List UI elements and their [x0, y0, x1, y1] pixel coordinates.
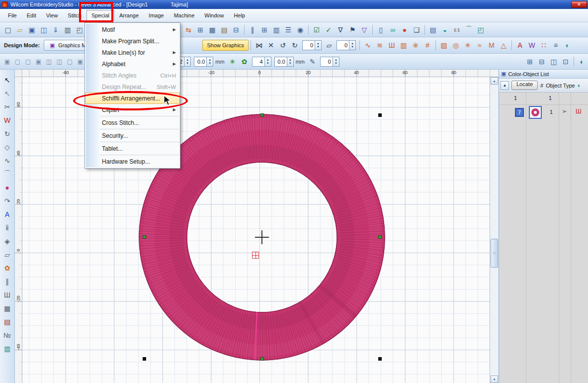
- export-machine-icon[interactable]: ⇓: [50, 24, 61, 35]
- hoop-icon[interactable]: ◉: [295, 24, 306, 35]
- report-icon[interactable]: ▥: [271, 24, 282, 35]
- wave-fill-icon[interactable]: ≈: [474, 40, 485, 51]
- mirror-horizontal-icon[interactable]: ⋈: [253, 40, 264, 51]
- menu-help[interactable]: Help: [229, 10, 250, 21]
- flower-stamp-tool-icon[interactable]: ✿: [2, 263, 13, 273]
- summary-icon[interactable]: ⊟: [231, 24, 242, 35]
- pattern-tool-icon[interactable]: ▦: [2, 303, 13, 313]
- rotate-ccw-icon[interactable]: ↺: [277, 40, 288, 51]
- apply-values-icon[interactable]: ▣: [34, 57, 43, 66]
- book-icon[interactable]: ▤: [219, 24, 230, 35]
- overview-icon[interactable]: ◰: [475, 24, 486, 35]
- list-icon[interactable]: ☰: [283, 24, 294, 35]
- menu-machine[interactable]: Machine: [169, 10, 200, 21]
- lettering-red-icon[interactable]: A: [514, 40, 525, 51]
- underlay-icon[interactable]: ✳: [227, 56, 238, 67]
- save-all-icon[interactable]: ◫: [38, 24, 49, 35]
- selection-handle-bottom-left[interactable]: [143, 357, 146, 361]
- menu-window[interactable]: Window: [199, 10, 229, 21]
- spinner-arrows[interactable]: ▲▼: [264, 57, 271, 66]
- triple-run-icon[interactable]: ≋: [374, 40, 385, 51]
- selection-handle-middle-left[interactable]: [143, 235, 146, 239]
- load-values-icon[interactable]: ▢: [13, 57, 22, 66]
- offset-spinner[interactable]: 0.0 ▲▼: [274, 57, 294, 67]
- menu-item-alphabet[interactable]: Alphabet▶: [85, 58, 180, 70]
- output-tool-icon[interactable]: ▤: [2, 316, 13, 327]
- lines-icon[interactable]: ≡: [550, 40, 561, 51]
- selection-handle-bottom-right[interactable]: [378, 357, 382, 361]
- save-icon[interactable]: ▣: [26, 24, 37, 35]
- design-properties-icon[interactable]: ▤: [427, 24, 438, 35]
- menu-arrange[interactable]: Arrange: [114, 10, 144, 21]
- motif-run-icon[interactable]: M: [486, 40, 497, 51]
- check-design-icon[interactable]: ☑: [311, 24, 322, 35]
- spinner-arrows[interactable]: ▲▼: [287, 57, 293, 66]
- skew-angle-spinner[interactable]: 0 ▲▼: [336, 40, 356, 50]
- default-values-icon[interactable]: ▢: [23, 57, 33, 66]
- cell-icon[interactable]: ⊡: [560, 56, 571, 67]
- copy-properties-icon[interactable]: ◫: [44, 57, 54, 66]
- fancy-fill-icon[interactable]: ▨: [438, 40, 449, 51]
- red-shape-icon[interactable]: ●: [399, 24, 410, 35]
- menu-file[interactable]: File: [3, 10, 22, 21]
- color-wheel-icon[interactable]: ◐: [562, 40, 573, 51]
- paste-properties-icon[interactable]: ◫: [55, 57, 64, 66]
- color-chip[interactable]: 7: [515, 108, 524, 117]
- menu-item-make-line-s-for[interactable]: Make Line(s) for▶: [85, 47, 180, 58]
- spinner-arrows[interactable]: ▲▼: [333, 57, 339, 66]
- polygon-select-tool-icon[interactable]: ◇: [2, 142, 13, 152]
- stitch-length-mm-spinner[interactable]: 0.0 ▲▼: [194, 57, 213, 67]
- layers-spinner[interactable]: 4 ▲▼: [252, 57, 271, 67]
- curve-tool-icon[interactable]: ↷: [2, 195, 13, 206]
- buttonhole-tool-icon[interactable]: ◈: [2, 236, 13, 246]
- menu-item-stitch-angles[interactable]: Stitch AnglesCtrl+H: [85, 70, 180, 81]
- print-preview-icon[interactable]: ◰: [74, 24, 85, 35]
- lock-properties-icon[interactable]: ▢: [65, 57, 75, 66]
- tatami-fill-icon[interactable]: ▥: [398, 40, 409, 51]
- program-split-icon[interactable]: #: [422, 40, 433, 51]
- star-fill-icon[interactable]: ✳: [462, 40, 473, 51]
- skew-icon[interactable]: ▱: [324, 40, 335, 51]
- knife-tool-icon[interactable]: ✂: [2, 101, 13, 112]
- lettering-w-tool-icon[interactable]: W: [2, 115, 13, 125]
- filter-v-icon[interactable]: ∇: [335, 24, 346, 35]
- loops-icon[interactable]: ∞: [387, 24, 398, 35]
- grid-table-icon[interactable]: ⊞: [195, 24, 206, 35]
- columns-tool-icon[interactable]: Ш: [2, 289, 13, 300]
- selection-handle-top-right[interactable]: [378, 113, 382, 117]
- measure-icon[interactable]: ⌒: [463, 24, 474, 35]
- funnel-icon[interactable]: ▽: [359, 24, 370, 35]
- window-layout-icon[interactable]: ❏: [411, 24, 422, 35]
- spinner-arrows[interactable]: ▲▼: [315, 41, 321, 50]
- monogram-tool-icon[interactable]: ⅱ: [2, 222, 13, 233]
- menu-item-security[interactable]: Security...: [85, 130, 180, 141]
- show-graphics-button[interactable]: Show Graphics: [202, 40, 249, 51]
- overview-window-icon[interactable]: ◐: [577, 56, 588, 67]
- menu-image[interactable]: Image: [144, 10, 169, 21]
- zoom-1to1-icon[interactable]: 1:1: [451, 24, 462, 35]
- menu-item-hardware-setup[interactable]: Hardware Setup...: [85, 156, 180, 167]
- rotate-cw-icon[interactable]: ↻: [289, 40, 300, 51]
- reset-properties-icon[interactable]: ▣: [76, 57, 85, 66]
- scroll-down-arrow[interactable]: ▼: [491, 376, 498, 383]
- clipboard-icon[interactable]: ▯: [375, 24, 386, 35]
- zigzag-stitch-icon[interactable]: △: [498, 40, 509, 51]
- satin-stitch-icon[interactable]: Ш: [386, 40, 397, 51]
- new-icon[interactable]: ▢: [2, 24, 13, 35]
- rotate-tool-icon[interactable]: ↻: [2, 128, 13, 139]
- parallel-lines-tool-icon[interactable]: ∥: [2, 276, 13, 287]
- stipple-icon[interactable]: ∷: [538, 40, 549, 51]
- object-thumbnail[interactable]: [529, 106, 542, 119]
- spinner-arrows[interactable]: ▲▼: [184, 57, 190, 66]
- overview-tool-icon[interactable]: ▥: [2, 343, 13, 354]
- selection-handle-middle-right[interactable]: [378, 235, 382, 239]
- selection-handle-top-center[interactable]: [260, 113, 264, 117]
- spinner-arrows[interactable]: ▲▼: [349, 41, 355, 50]
- columns-icon[interactable]: ∥: [247, 24, 258, 35]
- outline-copy-tool-icon[interactable]: ▱: [2, 249, 13, 260]
- delete-stitches-icon[interactable]: ✕: [265, 40, 276, 51]
- zigzag-tool-icon[interactable]: ∿: [2, 155, 13, 166]
- mirror-merge-icon[interactable]: ⇆: [183, 24, 194, 35]
- save-values-icon[interactable]: ▣: [2, 57, 12, 66]
- vertical-scrollbar[interactable]: ▲ ▼: [490, 77, 499, 383]
